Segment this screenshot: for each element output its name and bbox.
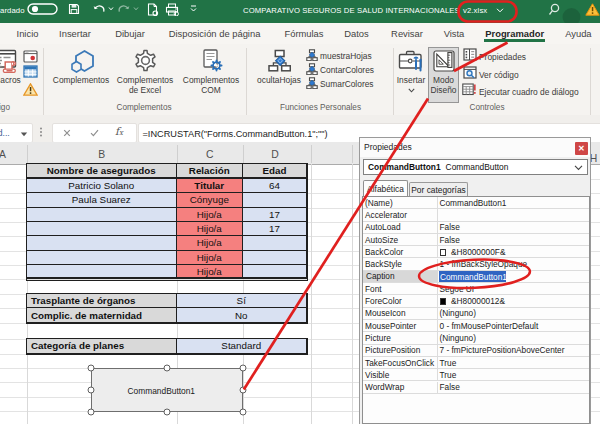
property-row-autosize[interactable]: AutoSizeFalse (363, 234, 589, 246)
table-header-nombre[interactable]: Nombre de asegurados (27, 164, 177, 180)
cell-relation[interactable]: Hijo/a (177, 251, 244, 265)
cell-age[interactable]: 64 (243, 179, 307, 193)
title-dropdown-icon[interactable] (496, 8, 504, 13)
selection-handle[interactable] (163, 408, 170, 415)
property-value[interactable]: False (440, 222, 460, 233)
property-row-forecolor[interactable]: ForeColor&H80000012& (363, 295, 589, 307)
property-value[interactable]: 1 - fmBackStyleOpaque (440, 259, 528, 270)
properties-button[interactable]: Propiedades (479, 52, 526, 62)
cell-age[interactable] (243, 265, 307, 279)
category-value[interactable]: Standard (177, 339, 308, 354)
ink-icon[interactable] (146, 3, 159, 16)
table-header-relacion[interactable]: Relación (177, 164, 244, 180)
cell-name[interactable] (27, 236, 177, 250)
property-row-picture[interactable]: Picture(Ninguno) (363, 332, 589, 344)
cell-relation[interactable]: Hijo/a (177, 208, 244, 222)
property-value[interactable]: CommandButton1 (440, 197, 507, 208)
cell-age[interactable]: 17 (243, 208, 307, 222)
tab-por-categorias[interactable]: Por categorías (409, 182, 468, 197)
tab-alfabetica[interactable]: Alfabética (363, 180, 408, 197)
warning-icon[interactable] (585, 3, 600, 16)
view-code-button[interactable]: Ver código (479, 70, 519, 80)
autosave-toggle[interactable] (27, 3, 58, 15)
name-box[interactable]: ad... (0, 123, 33, 143)
property-value[interactable]: &H8000000F& (451, 246, 505, 257)
info-label[interactable]: Trasplante de órganos (27, 294, 177, 309)
cell-name[interactable] (27, 265, 177, 279)
save-icon[interactable] (68, 3, 80, 15)
info-label[interactable]: Complic. de maternidad (27, 308, 177, 323)
undo-dropdown-icon[interactable] (108, 7, 114, 11)
hierarchy-icon[interactable] (268, 49, 291, 72)
cell-name[interactable] (27, 251, 177, 265)
property-value[interactable]: &H80000012& (451, 295, 505, 306)
print-icon[interactable] (165, 3, 179, 16)
name-box-dropdown-icon[interactable] (20, 132, 28, 137)
info-value[interactable]: No (177, 308, 308, 323)
cell-name[interactable]: Paula Suarez (27, 193, 177, 207)
column-header-A[interactable]: A (0, 144, 13, 165)
info-value[interactable]: Sí (177, 294, 308, 309)
property-value[interactable]: 0 - fmMousePointerDefault (440, 320, 539, 331)
property-value[interactable]: True (440, 369, 457, 380)
selection-handle[interactable] (87, 386, 94, 393)
search-icon[interactable] (548, 3, 561, 17)
property-value[interactable]: False (440, 234, 460, 245)
insert-controls-icon[interactable] (398, 50, 425, 73)
selection-handle[interactable] (240, 365, 247, 372)
property-value[interactable]: (Ninguno) (440, 308, 476, 319)
selection-handle[interactable] (240, 386, 247, 393)
qat-overflow-icon[interactable] (189, 5, 198, 13)
property-value[interactable]: 7 - fmPicturePositionAboveCenter (440, 345, 565, 356)
property-row-mouseicon[interactable]: MouseIcon(Ninguno) (363, 308, 589, 320)
property-row-takefocusonclick[interactable]: TakeFocusOnClickTrue (363, 357, 589, 369)
cell-age[interactable] (243, 251, 307, 265)
property-row-font[interactable]: FontSegoe UI (363, 283, 589, 295)
property-row-backcolor[interactable]: BackColor&H8000000F& (363, 246, 589, 258)
insert-function-icon[interactable]: fx (115, 125, 123, 137)
cell-name[interactable] (27, 208, 177, 222)
property-row-wordwrap[interactable]: WordWrapFalse (363, 382, 589, 394)
property-row-pictureposition[interactable]: PicturePosition7 - fmPicturePositionAbov… (363, 345, 589, 357)
selection-handle[interactable] (87, 365, 94, 372)
cell-relation[interactable]: Hijo/a (177, 222, 244, 236)
cell-relation[interactable]: Hijo/a (177, 236, 244, 250)
insert-dropdown-icon[interactable] (408, 88, 415, 93)
property-value[interactable]: Segoe UI (440, 283, 475, 294)
combobox-dropdown-icon[interactable] (574, 165, 583, 171)
property-row-visible[interactable]: VisibleTrue (363, 369, 589, 381)
undo-icon[interactable] (92, 3, 106, 15)
category-label[interactable]: Categoría de planes (27, 339, 177, 354)
property-row-autoload[interactable]: AutoLoadFalse (363, 222, 589, 234)
selection-handle[interactable] (87, 408, 94, 415)
redo-icon[interactable] (117, 3, 131, 15)
cancel-icon[interactable] (63, 129, 71, 137)
cell-relation[interactable]: Hijo/a (177, 265, 244, 279)
property-row-backstyle[interactable]: BackStyle1 - fmBackStyleOpaque (363, 259, 589, 271)
avatar[interactable] (561, 7, 582, 23)
redo-dropdown-icon[interactable] (133, 7, 139, 11)
close-icon[interactable]: ✕ (575, 142, 589, 156)
object-combobox[interactable]: CommandButton1 CommandButton (363, 159, 588, 176)
enter-icon[interactable] (90, 129, 99, 137)
insert-controls-button[interactable]: Insertar (397, 76, 425, 86)
sumarcolores-button[interactable]: SumarColores (320, 79, 374, 89)
cell-age[interactable] (243, 236, 307, 250)
property-value-selected[interactable]: CommandButton1 (439, 271, 506, 282)
selection-handle[interactable] (240, 408, 247, 415)
cell-relation[interactable]: Cónyuge (177, 193, 244, 207)
property-row-caption[interactable]: CaptionCommandButton1 (363, 271, 589, 283)
cell-name[interactable]: Patricio Solano (27, 179, 177, 193)
command-button-shape[interactable]: CommandButton1 (91, 368, 244, 412)
cell-name[interactable] (27, 222, 177, 236)
formula-bar-handle-icon[interactable] (39, 127, 43, 137)
contarcolores-button[interactable]: ContarColores (320, 65, 374, 75)
cell-relation[interactable]: Titular (177, 179, 244, 193)
muestrahojas-button[interactable]: muestraHojas (320, 51, 372, 61)
property-value[interactable]: True (440, 357, 457, 368)
property-row-accelerator[interactable]: Accelerator (363, 209, 589, 221)
file-name-label[interactable]: v2.xlsx (463, 6, 487, 15)
table-header-edad[interactable]: Edad (243, 164, 307, 180)
property-row-name[interactable]: (Name)CommandButton1 (363, 197, 589, 209)
property-value[interactable]: False (440, 382, 460, 393)
